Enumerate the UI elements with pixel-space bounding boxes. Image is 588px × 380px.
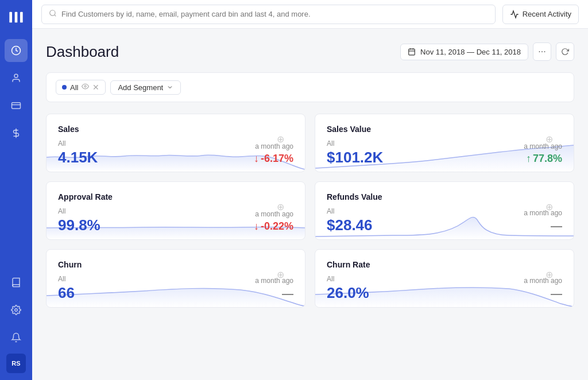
add-segment-button[interactable]: Add Segment — [110, 80, 181, 95]
card-ar-segment-label: All — [58, 207, 100, 215]
card-churn-rate-content: Churn Rate ⊕ All 26.0% a month ago — — [327, 260, 562, 300]
card-refunds-value-content: Refunds Value ⊕ All $28.46 a month ago — — [327, 192, 562, 232]
card-churn: Churn ⊕ All 66 a month ago — — [46, 249, 305, 308]
card-approval-rate-content: Approval Rate ⊕ All 99.8% a month ago ↓-… — [58, 192, 293, 232]
card-sv-right: a month ago ↑77.8% — [524, 142, 562, 165]
card-sales-add-icon[interactable]: ⊕ — [277, 134, 284, 145]
card-sv-ago: a month ago — [524, 142, 562, 150]
card-sales-value: 4.15K — [58, 150, 98, 165]
recent-activity-label: Recent Activity — [523, 10, 571, 18]
card-ch-right: a month ago — — [255, 277, 293, 300]
card-sales-right: a month ago ↓-6.17% — [254, 142, 293, 165]
card-refunds-value: Refunds Value ⊕ All $28.46 a month ago — — [315, 181, 574, 240]
svg-rect-0 — [9, 12, 12, 23]
card-sales-title: Sales — [58, 125, 293, 134]
segment-eye-icon[interactable] — [82, 83, 89, 92]
card-cr-ago: a month ago — [524, 277, 562, 285]
card-ch-change: — — [255, 287, 293, 300]
cards-grid: Sales ⊕ All 4.15K a month ago ↓-6.17% — [46, 114, 574, 308]
sidebar-item-settings[interactable] — [5, 298, 28, 321]
refresh-button[interactable] — [556, 42, 574, 61]
card-approval-rate: Approval Rate ⊕ All 99.8% a month ago ↓-… — [46, 181, 305, 240]
card-sales-content: Sales ⊕ All 4.15K a month ago ↓-6.17% — [58, 125, 293, 165]
card-ch-ago: a month ago — [255, 277, 293, 285]
svg-rect-1 — [15, 12, 18, 23]
topbar: Recent Activity — [32, 0, 588, 29]
search-input[interactable] — [61, 10, 488, 18]
card-ar-value: 99.8% — [58, 218, 100, 232]
sidebar-item-transactions[interactable] — [5, 94, 28, 117]
card-sales-value: Sales Value ⊕ All $101.2K a month ago ↑7… — [315, 114, 574, 172]
sidebar-item-dashboard[interactable] — [5, 39, 28, 62]
sidebar-item-notifications[interactable] — [5, 326, 28, 349]
logo[interactable] — [6, 7, 26, 28]
add-segment-label: Add Segment — [118, 83, 163, 92]
card-sales-value-title: Sales Value — [327, 125, 562, 134]
calendar-icon — [408, 48, 416, 56]
card-refunds-value-title: Refunds Value — [327, 192, 562, 201]
avatar[interactable]: RS — [6, 354, 26, 373]
segment-close-icon[interactable]: ✕ — [92, 83, 99, 92]
search-icon — [49, 9, 57, 19]
card-approval-add-icon[interactable]: ⊕ — [277, 201, 284, 212]
card-rv-segment-label: All — [327, 207, 373, 215]
svg-point-8 — [15, 309, 18, 312]
down-arrow-icon: ↓ — [254, 153, 259, 165]
card-sales-value-left: All $101.2K — [327, 139, 383, 165]
card-ar-change: ↓-0.22% — [254, 220, 293, 232]
card-rv-value: $28.46 — [327, 218, 373, 232]
card-sales-left: All 4.15K — [58, 139, 98, 165]
transactions-icon — [11, 100, 21, 111]
all-segment[interactable]: All ✕ — [56, 80, 106, 95]
header-controls: Nov 11, 2018 — Dec 11, 2018 ··· — [400, 42, 574, 61]
card-approval-left: All 99.8% — [58, 207, 100, 232]
chevron-down-icon — [167, 84, 173, 91]
date-range-button[interactable]: Nov 11, 2018 — Dec 11, 2018 — [400, 44, 528, 60]
dashboard-icon — [11, 45, 21, 56]
sidebar-bottom: RS — [5, 271, 28, 373]
revenue-icon — [11, 128, 21, 138]
card-refunds-add-icon[interactable]: ⊕ — [546, 201, 553, 212]
card-cr-right: a month ago — — [524, 277, 562, 300]
card-ch-value: 66 — [58, 285, 75, 300]
page-header: Dashboard Nov 11, 2018 — Dec 11, 2018 ··… — [46, 42, 574, 61]
recent-activity-button[interactable]: Recent Activity — [502, 5, 579, 24]
sidebar: RS — [0, 0, 32, 380]
card-sales-value-content: Sales Value ⊕ All $101.2K a month ago ↑7… — [327, 125, 562, 165]
card-ar-right: a month ago ↓-0.22% — [254, 210, 293, 232]
card-churn-rate: Churn Rate ⊕ All 26.0% a month ago — — [315, 249, 574, 308]
user-icon — [11, 73, 21, 83]
content-area: Dashboard Nov 11, 2018 — Dec 11, 2018 ··… — [32, 29, 588, 380]
card-sales-value-row: All $101.2K a month ago ↑77.8% — [327, 139, 562, 165]
card-ch-segment-label: All — [58, 275, 75, 283]
sidebar-item-revenue[interactable] — [5, 122, 28, 145]
svg-line-10 — [55, 15, 56, 17]
card-churn-content: Churn ⊕ All 66 a month ago — — [58, 260, 293, 300]
card-sv-change: ↑77.8% — [524, 153, 562, 165]
svg-point-9 — [50, 10, 55, 15]
logo-icon — [8, 9, 24, 25]
search-bar[interactable] — [41, 5, 496, 24]
main-content: Recent Activity Dashboard Nov 11, 2018 —… — [32, 0, 588, 380]
card-sales-ago: a month ago — [254, 142, 293, 150]
card-sv-value: $101.2K — [327, 150, 383, 165]
svg-rect-5 — [12, 103, 21, 109]
svg-rect-2 — [20, 12, 23, 23]
gear-icon — [11, 305, 21, 315]
sidebar-item-book[interactable] — [5, 271, 28, 294]
more-options-button[interactable]: ··· — [533, 42, 551, 61]
bell-icon — [11, 332, 21, 343]
card-rv-ago: a month ago — [524, 209, 562, 217]
card-sales-row: All 4.15K a month ago ↓-6.17% — [58, 139, 293, 165]
card-churn-row: All 66 a month ago — — [58, 275, 293, 300]
sidebar-nav — [5, 39, 28, 271]
sidebar-item-users[interactable] — [5, 67, 28, 90]
page-title: Dashboard — [46, 43, 119, 61]
card-churn-rate-add-icon[interactable]: ⊕ — [546, 269, 553, 280]
svg-rect-11 — [409, 49, 415, 55]
card-churn-add-icon[interactable]: ⊕ — [277, 269, 284, 280]
card-sales-value-add-icon[interactable]: ⊕ — [546, 134, 553, 145]
card-churn-rate-row: All 26.0% a month ago — — [327, 275, 562, 300]
card-cr-change: — — [524, 287, 562, 300]
segment-all-label: All — [70, 83, 78, 92]
